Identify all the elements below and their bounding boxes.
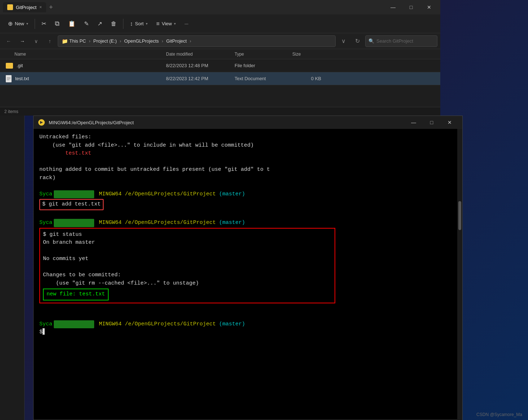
- up-button[interactable]: ↑: [44, 35, 56, 47]
- file-date-git: 8/22/2023 12:48 PM: [166, 63, 235, 68]
- tab-title: GitProject: [16, 5, 36, 10]
- sort-label: Sort: [135, 21, 144, 26]
- search-box[interactable]: 🔍 Search GitProject: [365, 35, 437, 47]
- term-line-7: [39, 182, 457, 190]
- terminal-close-btn[interactable]: ✕: [441, 117, 458, 128]
- copy-button[interactable]: ⧉: [51, 18, 63, 30]
- rename-button[interactable]: ✎: [80, 18, 92, 29]
- more-button[interactable]: ···: [181, 19, 192, 29]
- file-name-label: .git: [17, 63, 23, 68]
- prompt3-path: MINGW64 /e/OpenGLProjects/GitProject: [96, 320, 216, 329]
- paste-button[interactable]: 📋: [65, 18, 79, 29]
- terminal-title-label: MINGW64:/e/OpenGLProjects/GitProject: [49, 120, 402, 125]
- term-line-6: rack): [39, 174, 457, 182]
- separator-2: [123, 19, 123, 29]
- sort-button[interactable]: ↕ Sort ▾: [126, 18, 151, 29]
- cut-icon: ✂: [42, 20, 46, 27]
- prompt3-user: Syca: [39, 320, 52, 329]
- new-button[interactable]: ⊕ New ▾: [4, 18, 32, 29]
- new-label: New: [15, 21, 24, 26]
- terminal-app-icon: [38, 119, 45, 126]
- git-status-blank2: [43, 263, 332, 272]
- view-button[interactable]: ≡ View ▾: [153, 18, 179, 29]
- search-icon: 🔍: [368, 38, 374, 44]
- new-icon: ⊕: [8, 20, 13, 27]
- term-blank-2: [39, 304, 457, 312]
- address-dropdown[interactable]: ∨: [338, 35, 349, 47]
- txt-icon: [6, 75, 12, 82]
- separator-1: [35, 19, 35, 29]
- tab-close-btn[interactable]: ×: [39, 5, 42, 10]
- address-box[interactable]: 📁 This PC › Project (E:) › OpenGLProject…: [58, 35, 336, 47]
- status-bar: 2 items: [0, 107, 440, 116]
- path-sep-4: ›: [189, 38, 191, 44]
- address-bar: ← → ∨ ↑ 📁 This PC › Project (E:) › OpenG…: [0, 33, 440, 49]
- title-bar: GitProject × + — □ ✕: [0, 0, 440, 14]
- new-tab-btn[interactable]: +: [49, 4, 53, 11]
- terminal-minimize-btn[interactable]: —: [405, 117, 422, 128]
- path-sep-3: ›: [162, 38, 163, 44]
- git-add-cmd-line: $ git add test.txt: [39, 199, 457, 210]
- prompt3-branch: (master): [216, 320, 245, 329]
- term-line-2: (use "git add <file>..." to include in w…: [39, 142, 457, 150]
- refresh-button[interactable]: ↻: [352, 35, 363, 47]
- share-button[interactable]: ↗: [94, 18, 106, 29]
- term-line-1: Untracked files:: [39, 133, 457, 142]
- git-status-changes: Changes to be committed:: [43, 271, 332, 280]
- path-project: GitProject: [166, 38, 187, 44]
- terminal-win-controls: — □ ✕: [405, 117, 458, 128]
- sort-chevron: ▾: [146, 22, 148, 26]
- copy-icon: ⧉: [55, 20, 60, 27]
- minimize-button[interactable]: —: [385, 1, 401, 13]
- view-label: View: [162, 21, 172, 26]
- terminal-cursor-prompt: $: [39, 328, 43, 337]
- prompt1-branch: (master): [216, 190, 245, 199]
- cut-button[interactable]: ✂: [38, 18, 50, 29]
- rename-icon: ✎: [84, 20, 89, 27]
- file-type-txt: Text Document: [235, 76, 292, 81]
- file-size-txt: 0 KB: [292, 76, 328, 81]
- col-type-header: Type: [235, 52, 292, 57]
- file-list: Name Date modified Type Size .git 8/22/2…: [0, 49, 440, 107]
- terminal-content: Untracked files: (use "git add <file>...…: [34, 129, 462, 420]
- file-name-txt: test.txt: [0, 75, 166, 82]
- prompt-line-3: Syca████████ MINGW64 /e/OpenGLProjects/G…: [39, 320, 457, 329]
- scrollbar-thumb[interactable]: [458, 201, 461, 230]
- git-status-cmd: $ git status: [43, 231, 332, 239]
- path-folder: OpenGLProjects: [124, 38, 159, 44]
- share-icon: ↗: [97, 20, 102, 27]
- prompt2-path: MINGW64 /e/OpenGLProjects/GitProject: [96, 219, 216, 227]
- term-line-3: test.txt: [39, 150, 457, 158]
- terminal-maximize-btn[interactable]: □: [423, 117, 440, 128]
- view-icon: ≡: [156, 21, 160, 27]
- git-status-branch: On branch master: [43, 239, 332, 247]
- terminal-window: MINGW64:/e/OpenGLProjects/GitProject — □…: [33, 116, 463, 420]
- explorer-tab[interactable]: GitProject ×: [3, 2, 46, 12]
- file-list-header: Name Date modified Type Size: [0, 49, 440, 59]
- new-file-box: new file: test.txt: [43, 289, 109, 300]
- path-this-pc: This PC: [69, 38, 86, 44]
- terminal-input-line[interactable]: $: [39, 328, 457, 337]
- file-name-git: .git: [0, 63, 166, 69]
- prompt1-user: Syca: [39, 190, 52, 199]
- maximize-button[interactable]: □: [403, 1, 419, 13]
- back-button[interactable]: ←: [3, 35, 14, 47]
- table-row[interactable]: test.txt 8/22/2023 12:42 PM Text Documen…: [0, 72, 440, 85]
- forward-button[interactable]: →: [17, 35, 28, 47]
- col-size-header: Size: [292, 52, 328, 57]
- git-status-hint: (use "git rm --cached <file>..." to unst…: [43, 280, 332, 288]
- term-line-4: [39, 158, 457, 166]
- up-history-button[interactable]: ∨: [30, 35, 42, 47]
- table-row[interactable]: .git 8/22/2023 12:48 PM File folder: [0, 59, 440, 72]
- col-date-header: Date modified: [166, 52, 235, 57]
- term-line-5: nothing added to commit but untracked fi…: [39, 166, 457, 174]
- terminal-scrollbar[interactable]: [457, 129, 462, 420]
- new-chevron: ▾: [26, 22, 28, 26]
- close-button[interactable]: ✕: [421, 1, 437, 13]
- delete-button[interactable]: 🗑: [107, 18, 120, 29]
- term-blank-1: [39, 211, 457, 219]
- toolbar: ⊕ New ▾ ✂ ⧉ 📋 ✎ ↗ 🗑 ↕ Sort ▾ ≡: [0, 14, 440, 33]
- file-name-label: test.txt: [15, 76, 29, 81]
- file-date-txt: 8/22/2023 12:42 PM: [166, 76, 235, 81]
- watermark: CSDN @Sycamore_Ma: [476, 412, 522, 417]
